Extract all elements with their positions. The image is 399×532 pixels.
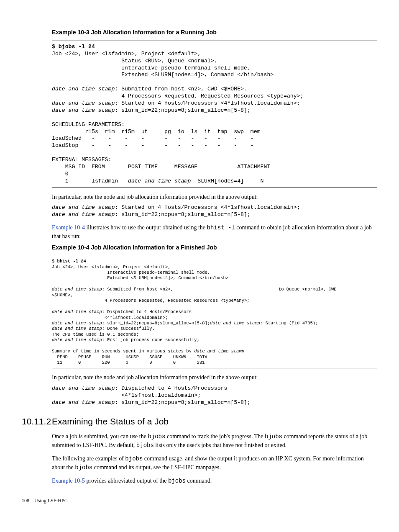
cmd-bjobs-4: bjobs	[125, 455, 143, 462]
cmd-bjobs-3: bjobs	[136, 442, 154, 449]
cmd-bjobs-5: bjobs	[75, 464, 92, 471]
cmd-bjobs-6: bjobs	[168, 478, 186, 484]
para-bjobs-intro: Once a job is submitted, you can use the…	[52, 432, 377, 450]
link-example-10-4[interactable]: Example 10-4	[52, 224, 85, 231]
section-heading: 10.11.2Examining the Status of a Job	[22, 416, 377, 427]
snippet-1: date and time stamp: Started on 4 Hosts/…	[52, 204, 377, 218]
example-10-3-heading: Example 10-3 Job Allocation Information …	[52, 28, 377, 36]
cmd-bjobs-2: bjobs	[265, 433, 282, 440]
snippet-2: date and time stamp: Dispatched to 4 Hos…	[52, 385, 377, 406]
para-example-10-5-intro: Example 10-5 provides abbreviated output…	[52, 477, 377, 486]
section-number: 10.11.2	[22, 416, 52, 427]
para-note-1: In particular, note the node and job all…	[52, 193, 377, 201]
example-10-4-heading: Example 10-4 Job Allocation Information …	[52, 244, 377, 252]
cmd-bhist-l: bhist -l	[207, 224, 235, 231]
section-title: Examining the Status of a Job	[52, 416, 169, 426]
cmd-bjobs-1: bjobs	[148, 433, 165, 440]
para-note-2: In particular, note the node and job all…	[52, 373, 377, 382]
link-example-10-5[interactable]: Example 10-5	[52, 478, 85, 484]
para-example-10-4-intro: Example 10-4 illustrates how to use the …	[52, 224, 377, 240]
footer-title: Using LSF-HPC	[34, 498, 68, 504]
example-10-3-code: $ bjobs -l 24 Job <24>, User <lsfadmin>,…	[52, 41, 377, 188]
page-number: 108	[22, 497, 34, 504]
para-bjobs-examples: The following are examples of bjobs comm…	[52, 455, 377, 472]
example-10-4-code: $ bhist -l 24 Job <24>, User <lsfadmin>,…	[52, 256, 377, 368]
page-footer: 108Using LSF-HPC	[22, 497, 377, 504]
